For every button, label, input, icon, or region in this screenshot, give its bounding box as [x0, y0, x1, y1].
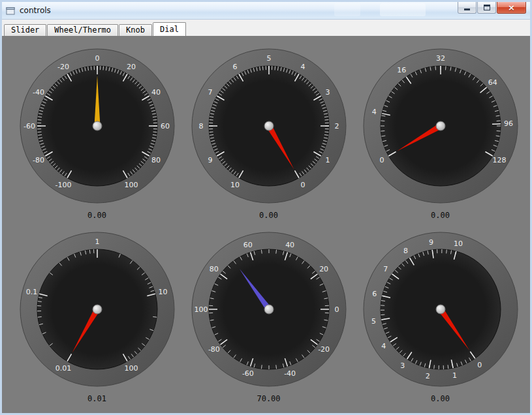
svg-text:8: 8: [198, 122, 203, 131]
svg-text:0: 0: [334, 305, 339, 314]
svg-text:-80: -80: [32, 156, 44, 164]
svg-text:100: 100: [124, 364, 138, 373]
app-icon: [6, 6, 16, 15]
dial-value-label: 0.00: [259, 211, 278, 221]
dial-value-label: 0.00: [431, 211, 450, 221]
svg-text:-40: -40: [32, 88, 44, 97]
svg-text:-40: -40: [284, 369, 296, 378]
dial-value-label: 70.00: [257, 394, 280, 404]
svg-text:128: 128: [492, 156, 506, 164]
glass-reflection: [380, 3, 426, 16]
svg-text:10: 10: [453, 239, 462, 248]
svg-text:4: 4: [371, 108, 376, 116]
window: controls × Slider Wheel/Thermo Knob Dial…: [0, 0, 532, 415]
close-icon: ×: [508, 2, 515, 13]
svg-text:10: 10: [230, 181, 240, 189]
window-controls: ×: [458, 2, 526, 14]
svg-text:20: 20: [319, 265, 328, 273]
svg-text:6: 6: [372, 290, 377, 298]
svg-text:3: 3: [400, 361, 405, 370]
dial-gauge: 0.010.1110100 0.01: [12, 230, 182, 404]
svg-text:0: 0: [95, 54, 99, 63]
close-button[interactable]: ×: [497, 2, 526, 14]
svg-text:0.1: 0.1: [25, 288, 37, 296]
dial-canvas[interactable]: 0.010.1110100: [12, 230, 182, 393]
dial-gauge: -100-80-60-40-20020406080100 0.00: [12, 46, 182, 221]
dial-value-label: 0.01: [87, 394, 106, 404]
svg-text:9: 9: [429, 238, 433, 247]
svg-text:32: 32: [436, 54, 445, 63]
svg-text:0.01: 0.01: [55, 364, 71, 373]
tab-knob[interactable]: Knob: [119, 24, 152, 36]
svg-text:20: 20: [127, 63, 136, 71]
svg-text:16: 16: [397, 66, 406, 74]
maximize-button[interactable]: [477, 2, 496, 14]
glass-reflection: [334, 3, 360, 16]
svg-text:7: 7: [208, 88, 212, 97]
svg-text:-20: -20: [318, 345, 330, 354]
svg-text:96: 96: [503, 119, 512, 128]
svg-text:5: 5: [371, 317, 376, 326]
svg-text:1: 1: [325, 156, 330, 164]
tab-dial[interactable]: Dial: [153, 22, 186, 36]
svg-text:8: 8: [403, 247, 407, 255]
svg-text:0: 0: [379, 156, 384, 164]
window-title: controls: [20, 6, 51, 15]
maximize-icon: [484, 5, 490, 10]
dial-canvas[interactable]: 020406080100-20-40-60-80: [184, 230, 354, 393]
svg-text:3: 3: [325, 88, 330, 97]
tab-slider[interactable]: Slider: [4, 24, 46, 36]
svg-text:1: 1: [452, 371, 457, 380]
svg-text:2: 2: [425, 372, 430, 380]
svg-text:4: 4: [300, 63, 305, 71]
svg-text:6: 6: [232, 63, 237, 71]
svg-text:100: 100: [194, 305, 208, 314]
dial-gauge: 020406080100-20-40-60-80 70.00: [184, 230, 354, 404]
dial-canvas[interactable]: -100-80-60-40-20020406080100: [12, 46, 182, 209]
svg-text:9: 9: [208, 156, 212, 164]
svg-text:7: 7: [383, 265, 388, 273]
svg-text:4: 4: [381, 342, 386, 350]
svg-text:40: 40: [151, 88, 161, 97]
svg-text:10: 10: [158, 288, 167, 296]
titlebar[interactable]: controls ×: [2, 2, 530, 20]
dial-gauge: 012345678910 0.00: [356, 230, 525, 404]
svg-text:-80: -80: [208, 345, 219, 354]
minimize-icon: [464, 8, 470, 10]
svg-text:1: 1: [95, 238, 99, 246]
svg-text:0: 0: [300, 181, 305, 189]
dial-canvas[interactable]: 012345678910: [356, 230, 525, 393]
dial-canvas[interactable]: 012345678910: [184, 46, 354, 209]
svg-text:-20: -20: [57, 63, 69, 71]
dial-panel: -100-80-60-40-20020406080100 0.00 012345…: [2, 36, 530, 413]
svg-text:60: 60: [161, 122, 170, 131]
dial-canvas[interactable]: 0416326496128: [356, 46, 525, 209]
dial-value-label: 0.00: [431, 394, 450, 404]
tab-wheel-thermo[interactable]: Wheel/Thermo: [47, 24, 118, 36]
dial-gauge: 0416326496128 0.00: [356, 46, 525, 221]
svg-text:80: 80: [151, 156, 161, 164]
svg-text:100: 100: [124, 181, 138, 189]
svg-text:-100: -100: [55, 181, 71, 189]
svg-text:5: 5: [266, 54, 271, 63]
dial-gauge: 012345678910 0.00: [184, 46, 354, 221]
tab-bar: Slider Wheel/Thermo Knob Dial: [2, 20, 530, 36]
svg-text:-60: -60: [242, 369, 253, 378]
svg-text:64: 64: [488, 78, 497, 87]
svg-text:2: 2: [334, 122, 339, 131]
minimize-button[interactable]: [458, 2, 477, 14]
svg-text:40: 40: [285, 241, 294, 249]
dial-value-label: 0.00: [87, 211, 106, 221]
svg-text:-60: -60: [23, 122, 35, 131]
svg-text:60: 60: [243, 241, 252, 249]
svg-text:80: 80: [209, 265, 218, 273]
svg-text:0: 0: [477, 361, 482, 369]
